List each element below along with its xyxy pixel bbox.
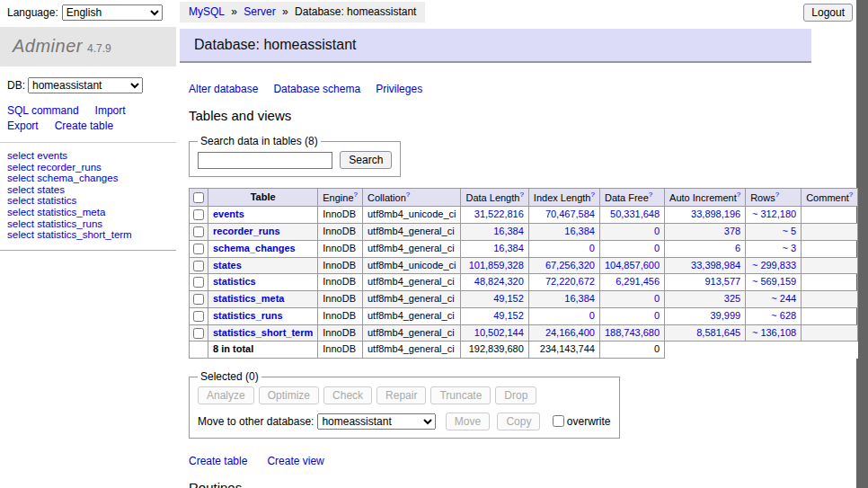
sidebar-table-link[interactable]: select statistics_runs	[7, 218, 169, 230]
sidebar-link-export[interactable]: Export	[7, 120, 39, 132]
table-name-link[interactable]: states	[213, 260, 242, 271]
table-name-link[interactable]: statistics	[213, 276, 256, 287]
move-label: Move to other database:	[198, 415, 314, 428]
row-checkbox[interactable]	[193, 209, 204, 220]
column-hint-link[interactable]: ?	[849, 191, 853, 199]
sidebar-table-link[interactable]: select recorder_runs	[7, 162, 169, 173]
row-checkbox[interactable]	[193, 328, 204, 339]
row-checkbox-cell	[190, 240, 208, 257]
table-name-link[interactable]: schema_changes	[213, 243, 296, 253]
column-hint-link[interactable]: ?	[519, 191, 523, 199]
action-link-database-schema[interactable]: Database schema	[273, 83, 360, 95]
breadcrumb-current: Database: homeassistant	[295, 5, 416, 18]
sidebar-table-link[interactable]: select statistics_short_term	[7, 229, 169, 241]
adminer-logo[interactable]: Adminer	[13, 36, 83, 56]
comment-cell	[802, 274, 858, 291]
selected-fieldset: Selected (0) AnalyzeOptimizeCheckRepairT…	[189, 370, 620, 439]
adminer-banner: Adminer4.7.9	[0, 27, 176, 67]
index-length-cell: 67,256,320	[528, 257, 599, 274]
table-name-cell: schema_changes	[208, 240, 318, 257]
comment-cell	[802, 224, 858, 241]
auto-increment-cell: 8,581,645	[665, 324, 746, 342]
sidebar-table-link[interactable]: select schema_changes	[7, 173, 169, 184]
table-row: statesInnoDButf8mb4_unicode_ci101,859,32…	[190, 257, 858, 274]
optimize-button[interactable]: Optimize	[259, 386, 319, 404]
table-row: statistics_short_termInnoDButf8mb4_gener…	[190, 324, 858, 342]
row-checkbox[interactable]	[193, 311, 204, 322]
column-hint-link[interactable]: ?	[354, 191, 358, 199]
row-checkbox-cell	[190, 324, 208, 342]
row-checkbox[interactable]	[193, 261, 204, 271]
link-create-view[interactable]: Create view	[267, 455, 323, 467]
data-length-cell: 49,152	[461, 307, 528, 324]
row-checkbox-cell	[190, 307, 208, 324]
move-button[interactable]: Move	[446, 413, 490, 430]
row-checkbox-cell	[190, 224, 208, 241]
table-row: statistics_metaInnoDButf8mb4_general_ci4…	[190, 291, 858, 308]
sidebar-table-link[interactable]: select events	[7, 150, 169, 162]
row-checkbox[interactable]	[193, 244, 204, 254]
data-free-cell: 0	[599, 224, 664, 241]
move-database-select[interactable]: homeassistant	[317, 413, 436, 430]
table-name-cell: states	[208, 257, 318, 274]
collation-cell: utf8mb4_general_ci	[363, 240, 461, 257]
action-link-alter-database[interactable]: Alter database	[189, 83, 258, 95]
repair-button[interactable]: Repair	[376, 386, 426, 404]
column-hint-link[interactable]: ?	[649, 191, 652, 199]
auto-increment-cell: 378	[665, 224, 746, 241]
select-all-checkbox[interactable]	[193, 192, 204, 203]
drop-button[interactable]: Drop	[495, 386, 536, 404]
analyze-button[interactable]: Analyze	[198, 386, 254, 404]
header-checkbox-cell	[190, 189, 208, 207]
check-button[interactable]: Check	[323, 386, 372, 404]
table-name-link[interactable]: statistics_short_term	[213, 327, 313, 338]
link-create-table[interactable]: Create table	[189, 455, 247, 467]
copy-button[interactable]: Copy	[497, 413, 540, 430]
truncate-button[interactable]: Truncate	[430, 386, 491, 404]
sidebar-table-link[interactable]: select statistics_meta	[7, 207, 169, 218]
row-checkbox-cell	[190, 291, 208, 308]
table-name-link[interactable]: statistics_meta	[213, 293, 285, 304]
row-checkbox[interactable]	[193, 277, 204, 288]
comment-cell	[802, 257, 858, 274]
row-checkbox[interactable]	[193, 226, 204, 237]
engine-cell: InnoDB	[318, 324, 363, 342]
sidebar-link-import[interactable]: Import	[95, 104, 126, 117]
sidebar-table-link[interactable]: select statistics	[7, 195, 169, 207]
table-name-link[interactable]: events	[213, 209, 244, 219]
column-hint-link[interactable]: ?	[737, 191, 740, 199]
sidebar-link-sql-command[interactable]: SQL command	[7, 104, 79, 117]
overwrite-checkbox[interactable]	[553, 415, 564, 427]
auto-increment-cell: 913,577	[665, 274, 746, 291]
language-select[interactable]: English	[62, 4, 163, 21]
breadcrumb-link-server[interactable]: Server	[244, 5, 275, 18]
row-checkbox[interactable]	[193, 294, 204, 305]
total-empty-cell	[746, 342, 802, 359]
action-link-privileges[interactable]: Privileges	[376, 83, 422, 95]
search-fieldset: Search data in tables (8) Search	[189, 135, 401, 177]
sidebar-table-link[interactable]: select states	[7, 184, 169, 196]
breadcrumb-link-mysql[interactable]: MySQL	[189, 5, 225, 18]
sidebar-command-links: SQL commandImportExportCreate table	[0, 97, 176, 137]
collation-cell: utf8mb4_general_ci	[363, 224, 461, 241]
search-button[interactable]: Search	[340, 151, 392, 169]
search-input[interactable]	[198, 152, 332, 169]
table-name-link[interactable]: recorder_runs	[213, 226, 280, 236]
index-length-cell: 24,166,400	[528, 324, 599, 342]
database-action-links: Alter databaseDatabase schemaPrivileges	[189, 83, 811, 95]
db-select[interactable]: homeassistant	[28, 77, 143, 93]
sidebar-link-create-table[interactable]: Create table	[55, 120, 113, 132]
data-free-cell: 6,291,456	[599, 274, 664, 291]
column-hint-link[interactable]: ?	[775, 191, 779, 199]
engine-cell: InnoDB	[318, 207, 363, 224]
table-name-cell: statistics_short_term	[208, 324, 318, 342]
engine-cell: InnoDB	[318, 291, 363, 308]
column-hint-link[interactable]: ?	[590, 191, 594, 199]
column-hint-link[interactable]: ?	[406, 191, 410, 199]
total-checkbox-cell	[190, 342, 208, 359]
sidebar-table-list: select eventsselect recorder_runsselect …	[0, 142, 176, 251]
column-label: Data Free	[605, 192, 649, 203]
index-length-cell: 72,220,672	[528, 274, 599, 291]
total-empty-cell	[802, 342, 858, 359]
table-name-link[interactable]: statistics_runs	[213, 310, 283, 321]
